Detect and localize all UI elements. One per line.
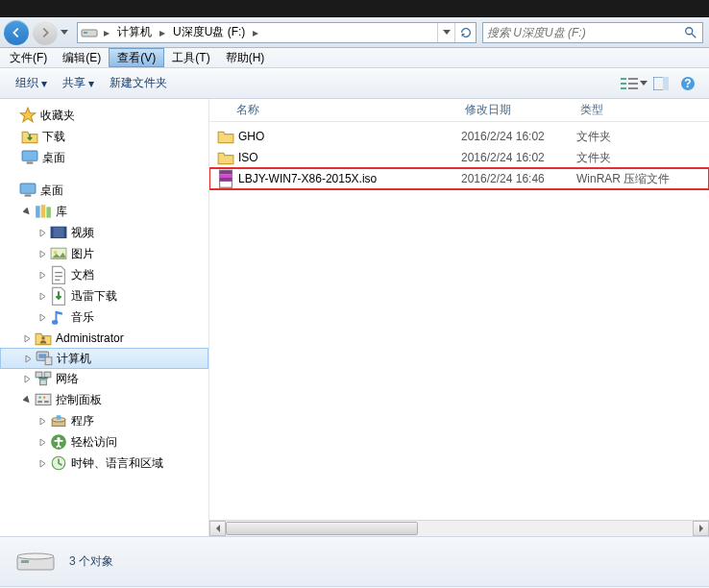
tree-libraries[interactable]: 库	[0, 201, 208, 222]
menu-view[interactable]: 查看(V)	[109, 48, 164, 67]
expand-toggle[interactable]	[21, 394, 33, 405]
svg-rect-7	[628, 78, 638, 80]
svg-rect-48	[220, 178, 232, 182]
expand-toggle[interactable]	[21, 206, 33, 217]
search-button[interactable]	[679, 23, 702, 42]
column-date[interactable]: 修改日期	[457, 99, 573, 121]
document-icon	[50, 267, 67, 282]
svg-point-43	[57, 437, 60, 440]
navigation-tree[interactable]: 收藏夹 下载 桌面 桌面	[0, 99, 209, 536]
menu-tools[interactable]: 工具(T)	[164, 48, 217, 67]
svg-rect-34	[36, 394, 51, 404]
refresh-button[interactable]	[454, 23, 476, 42]
tree-documents[interactable]: 文档	[0, 264, 208, 285]
help-button[interactable]: ?	[674, 72, 701, 95]
expand-toggle[interactable]	[37, 311, 48, 323]
view-mode-button[interactable]	[621, 72, 648, 95]
expand-toggle[interactable]	[37, 415, 48, 427]
organize-button[interactable]: 组织 ▾	[8, 72, 55, 95]
file-list[interactable]: GHO 2016/2/24 16:02 文件夹 ISO 2016/2/24 16…	[209, 122, 709, 520]
expand-toggle[interactable]	[6, 184, 17, 196]
back-button[interactable]	[4, 20, 29, 45]
menu-file[interactable]: 文件(F)	[2, 48, 55, 67]
svg-point-2	[686, 27, 693, 34]
tree-music[interactable]: 音乐	[0, 306, 208, 328]
tree-favorites[interactable]: 收藏夹	[0, 105, 208, 126]
tree-network[interactable]: 网络	[0, 368, 208, 389]
svg-rect-30	[45, 357, 52, 365]
expand-toggle[interactable]	[6, 110, 17, 121]
share-button[interactable]: 共享 ▾	[55, 72, 102, 95]
expand-toggle[interactable]	[37, 457, 48, 469]
new-folder-button[interactable]: 新建文件夹	[102, 72, 175, 95]
tree-administrator[interactable]: Administrator	[0, 328, 208, 349]
expand-toggle[interactable]	[37, 269, 48, 281]
file-row[interactable]: LBJY-WIN7-X86-2015X.iso 2016/2/24 16:46 …	[209, 168, 709, 189]
tree-computer[interactable]: 计算机	[0, 348, 208, 369]
history-dropdown[interactable]	[58, 20, 71, 45]
column-type[interactable]: 类型	[573, 99, 688, 121]
tree-ease-access[interactable]: 轻松访问	[0, 431, 208, 453]
svg-point-35	[39, 397, 41, 399]
ease-access-icon	[50, 434, 67, 450]
scroll-track[interactable]	[226, 521, 693, 536]
breadcrumb-item[interactable]: 计算机	[112, 23, 157, 42]
svg-rect-38	[44, 401, 49, 403]
programs-icon	[50, 413, 67, 429]
expand-toggle[interactable]	[22, 353, 34, 364]
tree-videos[interactable]: 视频	[0, 222, 208, 243]
svg-rect-18	[36, 206, 40, 217]
tree-label: 网络	[56, 371, 208, 387]
file-date: 2016/2/24 16:02	[461, 130, 576, 143]
svg-rect-23	[64, 227, 66, 237]
details-count: 3 个对象	[69, 553, 113, 570]
svg-rect-41	[57, 415, 61, 420]
expand-toggle[interactable]	[37, 290, 48, 302]
tree-label: 迅雷下载	[71, 288, 208, 305]
expand-toggle[interactable]	[37, 227, 48, 238]
expand-toggle[interactable]	[37, 436, 48, 448]
tree-clock-region[interactable]: 时钟、语言和区域	[0, 453, 208, 474]
svg-rect-16	[20, 184, 36, 193]
breadcrumb-item[interactable]: U深度U盘 (F:)	[168, 23, 250, 42]
menu-help[interactable]: 帮助(H)	[218, 48, 273, 67]
address-dropdown[interactable]	[437, 23, 454, 42]
menu-edit[interactable]: 编辑(E)	[55, 48, 109, 67]
desktop-icon	[19, 183, 37, 198]
expand-toggle[interactable]	[37, 248, 48, 259]
search-input[interactable]	[483, 26, 679, 39]
svg-point-25	[54, 251, 57, 254]
tree-downloads[interactable]: 下载	[0, 126, 208, 147]
tree-label: 下载	[42, 129, 208, 145]
address-bar: ▸ 计算机 ▸ U深度U盘 (F:) ▸	[77, 22, 477, 43]
scroll-left-button[interactable]	[209, 521, 226, 536]
breadcrumb-chevron[interactable]: ▸	[157, 26, 168, 39]
column-name[interactable]: 名称	[209, 99, 457, 121]
file-name: GHO	[238, 130, 461, 143]
tree-programs[interactable]: 程序	[0, 410, 208, 431]
tree-desktop[interactable]: 桌面	[0, 180, 208, 201]
breadcrumb-root-chevron[interactable]: ▸	[101, 26, 112, 39]
tree-label: 图片	[71, 246, 208, 262]
file-row[interactable]: GHO 2016/2/24 16:02 文件夹	[209, 126, 709, 147]
expand-toggle[interactable]	[21, 373, 33, 384]
folder-icon	[217, 129, 234, 144]
scroll-right-button[interactable]	[693, 521, 709, 536]
forward-button[interactable]	[33, 20, 58, 45]
svg-rect-20	[46, 208, 51, 218]
folder-icon	[217, 150, 234, 165]
svg-rect-17	[25, 195, 32, 197]
preview-pane-button[interactable]	[648, 72, 674, 95]
scroll-thumb[interactable]	[226, 522, 418, 535]
tree-control-panel[interactable]: 控制面板	[0, 389, 208, 410]
file-row[interactable]: ISO 2016/2/24 16:02 文件夹	[209, 147, 709, 168]
svg-rect-50	[21, 560, 29, 563]
expand-toggle[interactable]	[21, 332, 33, 344]
tree-xunlei[interactable]: 迅雷下载	[0, 285, 208, 306]
tree-pictures[interactable]: 图片	[0, 243, 208, 264]
organize-label: 组织	[15, 75, 38, 91]
breadcrumb-chevron[interactable]: ▸	[250, 26, 261, 39]
svg-rect-5	[621, 83, 626, 85]
xunlei-icon	[50, 288, 67, 304]
tree-desktop-fav[interactable]: 桌面	[0, 147, 208, 168]
